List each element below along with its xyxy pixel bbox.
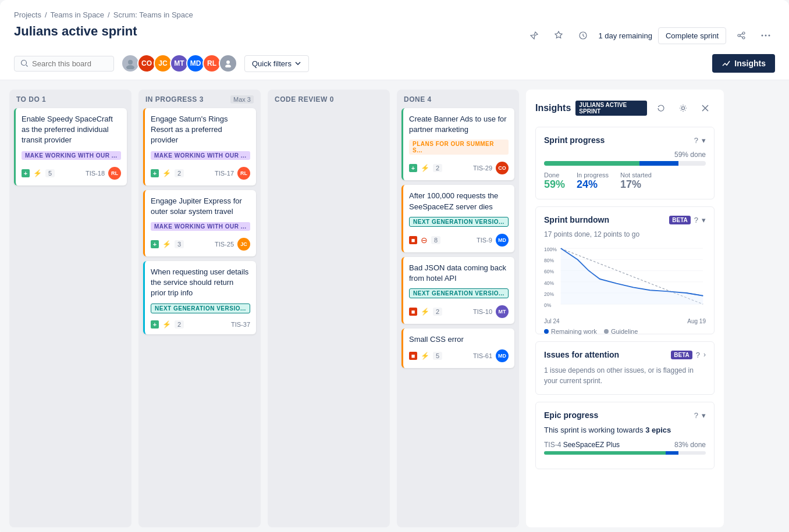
search-input[interactable] — [32, 59, 108, 68]
card-tis9[interactable]: After 100,000 requests the SeeSpaceEZ se… — [401, 185, 514, 252]
burndown-subtitle: 17 points done, 12 points to go — [544, 230, 706, 238]
card-title-tis17: Engage Saturn's Rings Resort as a prefer… — [151, 114, 250, 146]
card-tis10[interactable]: Bad JSON data coming back from hotel API… — [401, 257, 514, 324]
avatar-group: CO JC MT MD RL — [121, 54, 237, 73]
add-icon-tis37: + — [151, 320, 159, 329]
timer-text: 1 day remaining — [598, 31, 652, 40]
page-title: Julians active sprint — [14, 24, 137, 39]
svg-point-7 — [22, 60, 27, 66]
card-tis37[interactable]: When requesting user details the service… — [143, 261, 256, 334]
card-icons-tis17: + ⚡ 2 — [151, 169, 184, 177]
column-inprogress: IN PROGRESS 3 Max 3 Engage Saturn's Ring… — [138, 90, 261, 527]
card-tis61[interactable]: Small CSS error ■ ⚡ 5 TIS-61 MD — [401, 329, 514, 368]
column-todo: TO DO 1 Enable Speedy SpaceCraft as the … — [9, 90, 132, 527]
insights-panel-title: Insights — [535, 103, 571, 113]
insights-settings-button[interactable] — [674, 99, 692, 117]
card-tis29[interactable]: Create Banner Ads to use for partner mar… — [401, 108, 514, 180]
card-meta-tis25: TIS-25 JC — [215, 238, 250, 251]
card-title-tis61: Small CSS error — [409, 334, 509, 345]
pin-icon — [529, 31, 539, 40]
card-id-tis18: TIS-18 — [86, 170, 105, 177]
breadcrumb-teams-space[interactable]: Teams in Space — [51, 10, 105, 19]
board: TO DO 1 Enable Speedy SpaceCraft as the … — [0, 80, 789, 532]
insights-close-button[interactable] — [696, 99, 715, 117]
issues-help-icon[interactable]: ? — [696, 351, 700, 359]
issues-beta-badge: BETA — [671, 351, 692, 359]
complete-sprint-button[interactable]: Complete sprint — [658, 27, 726, 44]
star-button[interactable] — [549, 26, 568, 45]
svg-text:40%: 40% — [544, 280, 555, 286]
breadcrumb: Projects / Teams in Space / Scrum: Teams… — [14, 10, 775, 19]
svg-point-11 — [225, 65, 231, 67]
card-title-tis9: After 100,000 requests the SeeSpaceEZ se… — [409, 191, 509, 212]
card-meta-tis17: TIS-17 RL — [215, 167, 250, 180]
issues-chevron-right-icon[interactable]: › — [703, 351, 706, 359]
svg-point-6 — [769, 35, 770, 37]
svg-point-8 — [128, 60, 133, 65]
sprint-progress-chevron-icon[interactable]: ▾ — [702, 136, 706, 145]
sprint-burndown-title: Sprint burndown — [544, 215, 609, 224]
quick-filters-button[interactable]: Quick filters — [244, 55, 309, 72]
column-title-inprogress: IN PROGRESS 3 — [145, 95, 204, 103]
card-title-tis37: When requesting user details the service… — [151, 267, 250, 299]
burndown-chart: 100% 80% 60% 40% 20% 0% — [544, 244, 706, 326]
assignee-tis61: MD — [496, 349, 509, 362]
card-tis25[interactable]: Engage Jupiter Express for outer solar s… — [143, 190, 256, 256]
column-cards-todo: Enable Speedy SpaceCraft as the preferre… — [9, 108, 132, 527]
insights-actions — [652, 99, 715, 117]
svg-point-12 — [682, 107, 685, 110]
epic-pct-tis4: 83% done — [674, 441, 706, 449]
card-title-tis25: Engage Jupiter Express for outer solar s… — [151, 196, 250, 217]
fire-icon-tis37: ⚡ — [162, 320, 171, 329]
svg-point-10 — [226, 60, 230, 64]
epic-name-tis4: SeeSpaceEZ Plus — [563, 441, 620, 449]
column-title-codereview: CODE REVIEW 0 — [275, 95, 334, 103]
epic-chevron-icon[interactable]: ▾ — [702, 411, 706, 420]
card-meta-tis18: TIS-18 RL — [86, 167, 121, 180]
card-icons-tis29: + ⚡ 2 — [409, 164, 442, 172]
guideline-legend-label: Guideline — [611, 328, 638, 335]
sprint-progress-help-icon[interactable]: ? — [694, 136, 698, 145]
svg-text:60%: 60% — [544, 269, 555, 274]
sprint-progress-stats: Done 59% In progress 24% Not started 17% — [544, 172, 706, 191]
epic-help-icon[interactable]: ? — [694, 411, 698, 420]
card-tis17[interactable]: Engage Saturn's Rings Resort as a prefer… — [143, 108, 256, 185]
card-meta-tis10: TIS-10 MT — [473, 305, 509, 318]
stat-done: Done 59% — [544, 172, 565, 191]
burndown-help-icon[interactable]: ? — [694, 216, 698, 224]
story-points-tis37: 2 — [175, 320, 184, 329]
column-header-todo: TO DO 1 — [9, 90, 132, 108]
pin-button[interactable] — [525, 26, 543, 45]
column-max-inprogress: Max 3 — [230, 95, 254, 103]
epic-progress-title: Epic progress — [544, 410, 598, 420]
pct-label-text: 59% done — [674, 151, 706, 159]
clock-icon — [578, 31, 588, 40]
burndown-end-date: Aug 19 — [687, 318, 706, 324]
burndown-chevron-icon[interactable]: ▾ — [702, 216, 706, 224]
card-id-tis9: TIS-9 — [477, 237, 492, 244]
insights-button[interactable]: Insights — [712, 54, 775, 73]
sprint-progress-title: Sprint progress — [544, 135, 605, 145]
share-button[interactable] — [732, 26, 751, 45]
avatar-unassigned[interactable] — [219, 54, 237, 73]
clock-button[interactable] — [574, 26, 592, 45]
insights-refresh-button[interactable] — [652, 99, 670, 117]
fire-icon-tis17: ⚡ — [162, 169, 171, 177]
breadcrumb-scrum[interactable]: Scrum: Teams in Space — [113, 10, 193, 19]
assignee-tis17: RL — [237, 167, 250, 180]
card-icons-tis9: ■ ⊖ 8 — [409, 235, 440, 245]
card-title-tis29: Create Banner Ads to use for partner mar… — [409, 114, 509, 135]
more-options-button[interactable] — [756, 26, 775, 45]
stat-notstarted: Not started 17% — [620, 172, 652, 191]
insights-icon — [722, 59, 731, 68]
svg-point-9 — [126, 65, 134, 69]
burndown-chart-dates: Jul 24 Aug 19 — [544, 318, 706, 324]
burndown-svg: 100% 80% 60% 40% 20% 0% — [544, 244, 706, 314]
card-icons-tis61: ■ ⚡ 5 — [409, 352, 442, 360]
issues-attention-text: 1 issue depends on other issues, or is f… — [544, 365, 706, 386]
search-box[interactable] — [14, 56, 114, 72]
guideline-legend-dot — [604, 329, 609, 334]
card-tis18[interactable]: Enable Speedy SpaceCraft as the preferre… — [14, 108, 127, 185]
story-points-tis10: 2 — [433, 308, 442, 316]
breadcrumb-projects[interactable]: Projects — [14, 10, 41, 19]
